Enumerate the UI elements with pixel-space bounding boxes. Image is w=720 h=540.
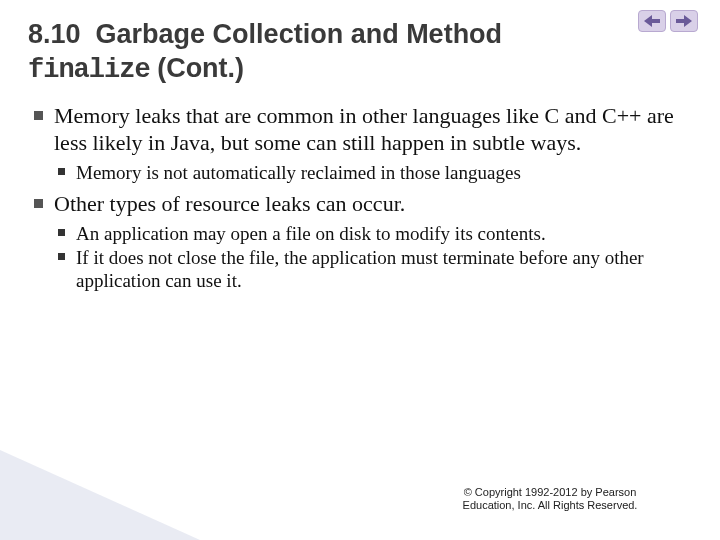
svg-marker-0 xyxy=(644,15,660,27)
slide-title: 8.10 Garbage Collection and Method final… xyxy=(28,18,692,88)
bullet-l1: Other types of resource leaks can occur. xyxy=(28,190,692,218)
sub-bullet-text: Memory is not automatically reclaimed in… xyxy=(76,162,521,183)
nav-controls xyxy=(638,10,698,32)
svg-marker-1 xyxy=(676,15,692,27)
next-button[interactable] xyxy=(670,10,698,32)
bullet-l2: Memory is not automatically reclaimed in… xyxy=(28,161,692,185)
sub-bullet-text: An application may open a file on disk t… xyxy=(76,223,546,244)
decorative-wedge xyxy=(0,450,200,540)
copyright-footer: © Copyright 1992-2012 by Pearson Educati… xyxy=(420,486,680,512)
bullet-l1: Memory leaks that are common in other la… xyxy=(28,102,692,157)
sub-bullet-group: Memory is not automatically reclaimed in… xyxy=(28,161,692,185)
footer-line: Education, Inc. All Rights Reserved. xyxy=(463,499,638,511)
footer-line: © Copyright 1992-2012 by Pearson xyxy=(464,486,637,498)
bullet-l2: If it does not close the file, the appli… xyxy=(28,246,692,294)
title-code: finalize xyxy=(28,55,150,85)
prev-arrow-icon xyxy=(644,15,660,27)
slide: 8.10 Garbage Collection and Method final… xyxy=(0,0,720,540)
bullet-text: Other types of resource leaks can occur. xyxy=(54,191,405,216)
bullet-text: Memory leaks that are common in other la… xyxy=(54,103,674,156)
title-suffix: (Cont.) xyxy=(157,53,244,83)
sub-bullet-group: An application may open a file on disk t… xyxy=(28,222,692,293)
title-main: Garbage Collection and Method xyxy=(96,19,503,49)
bullet-l2: An application may open a file on disk t… xyxy=(28,222,692,246)
sub-bullet-text: If it does not close the file, the appli… xyxy=(76,247,644,292)
next-arrow-icon xyxy=(676,15,692,27)
slide-body: Memory leaks that are common in other la… xyxy=(28,102,692,294)
prev-button[interactable] xyxy=(638,10,666,32)
title-section-number: 8.10 xyxy=(28,19,81,49)
